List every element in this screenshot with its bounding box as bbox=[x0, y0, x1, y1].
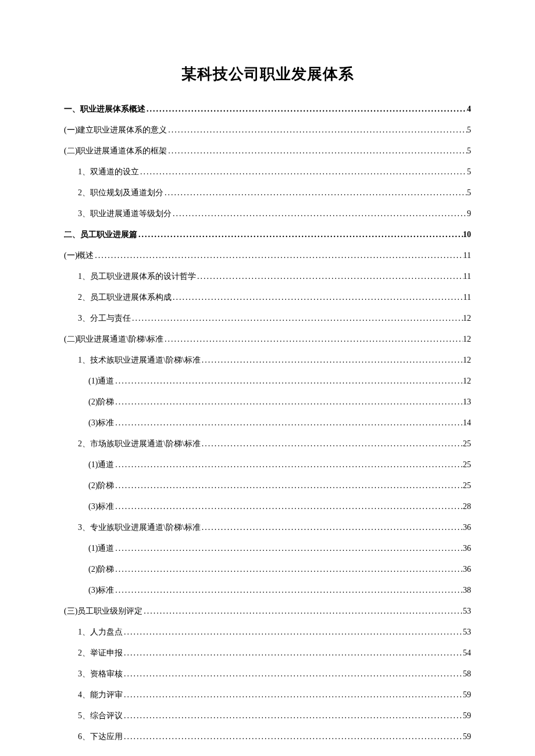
toc-entry-page: 28 bbox=[463, 502, 471, 511]
toc-entry-label: (2)阶梯 bbox=[88, 564, 114, 575]
toc-entry: 3、专业族职业进展通道\阶梯\标准36 bbox=[64, 522, 471, 533]
toc-entry-page: 36 bbox=[463, 523, 471, 532]
toc-entry-label: 3、资格审核 bbox=[78, 669, 123, 679]
toc-entry-page: 5 bbox=[467, 146, 471, 156]
toc-leader-dots bbox=[201, 439, 463, 449]
toc-entry-page: 38 bbox=[463, 586, 471, 595]
toc-entry: 1、员工职业进展体系的设计哲学11 bbox=[64, 271, 471, 282]
toc-leader-dots bbox=[139, 167, 467, 177]
toc-entry: 2、举证申报54 bbox=[64, 648, 471, 658]
toc-entry-page: 4 bbox=[467, 105, 471, 114]
toc-entry-label: (二)职业进展通道\阶梯\标准 bbox=[64, 334, 163, 345]
toc-entry-page: 13 bbox=[463, 397, 471, 407]
toc-entry-label: (1)通道 bbox=[88, 460, 114, 470]
toc-entry-page: 10 bbox=[463, 230, 471, 239]
toc-entry-page: 12 bbox=[463, 356, 471, 365]
toc-leader-dots bbox=[114, 544, 463, 553]
toc-entry-page: 59 bbox=[463, 711, 471, 721]
document-title: 某科技公司职业发展体系 bbox=[64, 64, 471, 84]
toc-leader-dots bbox=[123, 690, 463, 700]
toc-entry-label: 2、职位规划及通道划分 bbox=[78, 188, 163, 198]
toc-entry-page: 25 bbox=[463, 460, 471, 470]
toc-leader-dots bbox=[172, 293, 463, 302]
toc-entry-label: 二、员工职业进展篇 bbox=[64, 230, 137, 240]
toc-entry: 二、员工职业进展篇10 bbox=[64, 230, 471, 240]
toc-entry-page: 12 bbox=[463, 335, 471, 344]
toc-leader-dots bbox=[123, 628, 463, 637]
toc-entry-page: 36 bbox=[463, 544, 471, 553]
toc-entry-page: 11 bbox=[463, 272, 471, 281]
toc-entry-label: 1、双通道的设立 bbox=[78, 167, 139, 177]
toc-entry-label: (1)通道 bbox=[88, 376, 114, 386]
toc-entry-page: 11 bbox=[463, 293, 471, 302]
toc-entry: (三)员工职业级别评定53 bbox=[64, 606, 471, 617]
toc-leader-dots bbox=[142, 607, 463, 616]
toc-entry: (2)阶梯25 bbox=[64, 481, 471, 491]
toc-entry-label: (3)标准 bbox=[88, 501, 114, 512]
document-page: 某科技公司职业发展体系 一、职业进展体系概述4(一)建立职业进展体系的意义5(二… bbox=[0, 0, 535, 742]
toc-entry-page: 25 bbox=[463, 481, 471, 490]
toc-leader-dots bbox=[114, 377, 463, 386]
toc-leader-dots bbox=[167, 126, 467, 135]
toc-entry: 3、分工与责任12 bbox=[64, 313, 471, 324]
toc-entry: 1、技术族职业进展通道\阶梯\标准12 bbox=[64, 355, 471, 366]
toc-entry: 2、市场族职业进展通道\阶梯\标准25 bbox=[64, 439, 471, 449]
toc-entry-page: 5 bbox=[467, 188, 471, 198]
toc-entry: 5、综合评议59 bbox=[64, 711, 471, 721]
toc-entry: (2)阶梯36 bbox=[64, 564, 471, 575]
toc-entry-page: 14 bbox=[463, 418, 471, 428]
toc-entry: 一、职业进展体系概述4 bbox=[64, 104, 471, 114]
toc-leader-dots bbox=[163, 188, 467, 198]
toc-leader-dots bbox=[114, 397, 463, 407]
toc-entry-label: 2、员工职业进展体系构成 bbox=[78, 292, 172, 303]
toc-leader-dots bbox=[196, 272, 463, 281]
toc-entry: (1)通道12 bbox=[64, 376, 471, 386]
toc-entry-label: 6、下达应用 bbox=[78, 732, 123, 742]
toc-entry-page: 59 bbox=[463, 690, 471, 700]
toc-entry: (一)建立职业进展体系的意义5 bbox=[64, 125, 471, 135]
toc-entry-page: 5 bbox=[467, 167, 471, 177]
toc-entry-label: 2、市场族职业进展通道\阶梯\标准 bbox=[78, 439, 201, 449]
toc-entry-label: 1、人力盘点 bbox=[78, 627, 123, 637]
toc-entry-page: 11 bbox=[463, 251, 471, 260]
toc-leader-dots bbox=[201, 356, 463, 365]
toc-leader-dots bbox=[123, 669, 463, 679]
toc-entry-page: 59 bbox=[463, 732, 471, 741]
toc-leader-dots bbox=[123, 732, 463, 741]
toc-entry-label: 3、分工与责任 bbox=[78, 313, 131, 324]
toc-entry-label: 2、举证申报 bbox=[78, 648, 123, 658]
toc-leader-dots bbox=[94, 251, 463, 260]
toc-entry-label: (一)建立职业进展体系的意义 bbox=[64, 125, 167, 135]
toc-entry-page: 53 bbox=[463, 628, 471, 637]
toc-entry: (一)概述11 bbox=[64, 250, 471, 261]
toc-entry: 2、职位规划及通道划分5 bbox=[64, 188, 471, 198]
toc-leader-dots bbox=[145, 105, 467, 114]
toc-leader-dots bbox=[167, 146, 467, 156]
toc-leader-dots bbox=[114, 418, 463, 428]
toc-entry-page: 12 bbox=[463, 377, 471, 386]
toc-leader-dots bbox=[114, 586, 463, 595]
toc-entry: (1)通道25 bbox=[64, 460, 471, 470]
toc-entry: 4、能力评审59 bbox=[64, 690, 471, 700]
toc-entry: 1、双通道的设立5 bbox=[64, 167, 471, 177]
toc-entry-page: 25 bbox=[463, 439, 471, 449]
toc-entry-label: (二)职业进展通道体系的框架 bbox=[64, 146, 167, 156]
toc-entry-label: (三)员工职业级别评定 bbox=[64, 606, 142, 617]
toc-entry-page: 53 bbox=[463, 607, 471, 616]
toc-entry: 1、人力盘点53 bbox=[64, 627, 471, 637]
toc-leader-dots bbox=[201, 523, 463, 532]
toc-entry-label: (1)通道 bbox=[88, 543, 114, 554]
toc-entry-label: (2)阶梯 bbox=[88, 397, 114, 407]
toc-entry: 6、下达应用59 bbox=[64, 732, 471, 742]
toc-leader-dots bbox=[131, 314, 463, 323]
toc-entry: (1)通道36 bbox=[64, 543, 471, 554]
toc-leader-dots bbox=[137, 230, 463, 239]
toc-leader-dots bbox=[123, 648, 463, 658]
toc-leader-dots bbox=[114, 502, 463, 511]
toc-leader-dots bbox=[114, 565, 463, 574]
toc-leader-dots bbox=[163, 335, 463, 344]
toc-entry: (3)标准38 bbox=[64, 585, 471, 596]
toc-entry-page: 36 bbox=[463, 565, 471, 574]
toc-entry-label: 3、职业进展通道等级划分 bbox=[78, 209, 172, 219]
toc-leader-dots bbox=[123, 711, 463, 721]
